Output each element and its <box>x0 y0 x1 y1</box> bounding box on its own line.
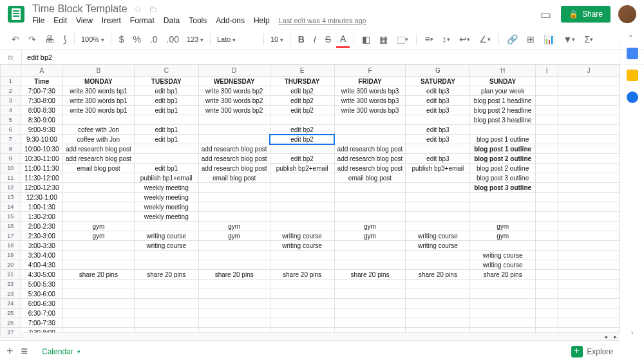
explore-button[interactable]: Explore <box>571 346 613 357</box>
formula-input[interactable] <box>22 50 644 64</box>
menu-file[interactable]: File <box>32 16 44 25</box>
cell[interactable]: 4:00-4:30 <box>21 260 62 270</box>
print-button[interactable]: 🖶 <box>41 32 58 47</box>
cell[interactable] <box>134 280 198 289</box>
menu-edit[interactable]: Edit <box>53 16 67 25</box>
cell[interactable] <box>470 202 535 212</box>
cell[interactable]: writing course <box>270 231 334 241</box>
cell[interactable] <box>134 309 198 318</box>
cell[interactable] <box>406 222 470 231</box>
row-header-3[interactable]: 3 <box>1 96 21 106</box>
strikethrough-button[interactable]: S <box>321 32 335 47</box>
cell[interactable]: 9:00-9:30 <box>21 125 62 135</box>
cell[interactable]: edit bp2 <box>270 96 334 106</box>
cell[interactable]: 5:30-6:00 <box>21 289 62 299</box>
all-sheets-button[interactable]: ≡ <box>21 345 28 358</box>
row-header-2[interactable]: 2 <box>1 86 21 96</box>
cell[interactable] <box>198 212 270 222</box>
cell[interactable] <box>134 154 198 164</box>
borders-button[interactable]: ▦ <box>375 32 392 47</box>
cell[interactable]: 3:30-4:00 <box>21 251 62 260</box>
cell[interactable] <box>134 289 198 299</box>
cell[interactable] <box>63 202 135 212</box>
cell[interactable] <box>63 183 135 193</box>
cell[interactable] <box>198 135 270 144</box>
cell[interactable] <box>63 299 135 309</box>
cell[interactable] <box>406 299 470 309</box>
horizontal-scrollbar[interactable]: ◂ ▸ <box>22 332 620 340</box>
cell[interactable]: edit bp3 <box>406 106 470 115</box>
cell[interactable] <box>406 309 470 318</box>
cell[interactable] <box>406 173 470 183</box>
row-header-4[interactable]: 4 <box>1 106 21 115</box>
comments-icon[interactable]: ▭ <box>540 8 553 21</box>
cell[interactable]: share 20 pins <box>134 270 198 280</box>
cell[interactable]: write 300 words bp3 <box>334 106 406 115</box>
bold-button[interactable]: B <box>294 32 308 47</box>
cell[interactable] <box>270 212 334 222</box>
rotate-button[interactable]: ∠ <box>475 32 495 47</box>
row-header-14[interactable]: 14 <box>1 202 21 212</box>
cell[interactable] <box>334 309 406 318</box>
cell[interactable]: writing course <box>406 241 470 251</box>
cell[interactable] <box>270 251 334 260</box>
cell[interactable]: edit bp2 <box>270 106 334 115</box>
cell[interactable]: edit bp1 <box>134 125 198 135</box>
cell[interactable] <box>134 222 198 231</box>
last-edit-link[interactable]: Last edit was 4 minutes ago <box>279 17 366 24</box>
merge-button[interactable]: ⬚ <box>393 32 412 47</box>
cell[interactable]: edit bp3 <box>406 125 470 135</box>
cell[interactable] <box>270 289 334 299</box>
cell[interactable]: gym <box>470 231 535 241</box>
cell[interactable]: writing course <box>134 241 198 251</box>
cell[interactable]: SUNDAY <box>470 77 535 86</box>
col-header-I[interactable]: I <box>535 65 558 77</box>
row-header-11[interactable]: 11 <box>1 173 21 183</box>
cell[interactable]: WEDNESDAY <box>198 77 270 86</box>
cell[interactable] <box>334 202 406 212</box>
cell[interactable]: MONDAY <box>63 77 135 86</box>
cell[interactable]: 7:00-7:30 <box>21 86 62 96</box>
cell[interactable] <box>270 318 334 328</box>
cell[interactable] <box>198 115 270 125</box>
menu-format[interactable]: Format <box>130 16 155 25</box>
decrease-decimal-button[interactable]: .0 <box>146 32 162 47</box>
cell[interactable]: edit bp3 <box>406 96 470 106</box>
cell[interactable] <box>63 289 135 299</box>
cell[interactable] <box>470 280 535 289</box>
account-avatar[interactable] <box>618 5 636 23</box>
col-header-J[interactable]: J <box>558 65 620 77</box>
menu-view[interactable]: View <box>76 16 93 25</box>
row-header-7[interactable]: 7 <box>1 135 21 144</box>
row-header-20[interactable]: 20 <box>1 260 21 270</box>
hide-sidepanel-icon[interactable]: › <box>631 329 634 336</box>
cell[interactable]: 10:30-11:00 <box>21 154 62 164</box>
zoom-select[interactable]: 100% <box>79 34 107 44</box>
cell[interactable]: 4:30-5:00 <box>21 270 62 280</box>
cell[interactable] <box>198 241 270 251</box>
cell[interactable] <box>63 173 135 183</box>
menu-help[interactable]: Help <box>254 16 270 25</box>
cell[interactable]: THURSDAY <box>270 77 334 86</box>
cell[interactable]: email blog post <box>334 173 406 183</box>
cell[interactable] <box>134 260 198 270</box>
cell[interactable]: 5:00-5:30 <box>21 280 62 289</box>
cell[interactable]: TUESDAY <box>134 77 198 86</box>
row-header-16[interactable]: 16 <box>1 222 21 231</box>
cell[interactable] <box>270 173 334 183</box>
cell[interactable]: write 300 words bp2 <box>198 86 270 96</box>
cell[interactable] <box>470 289 535 299</box>
cell[interactable] <box>334 135 406 144</box>
cell[interactable] <box>270 222 334 231</box>
cell[interactable] <box>406 251 470 260</box>
cell[interactable] <box>270 309 334 318</box>
cell[interactable] <box>198 183 270 193</box>
cell[interactable] <box>270 193 334 202</box>
cell[interactable]: email blog post <box>198 173 270 183</box>
cell[interactable] <box>470 241 535 251</box>
cell[interactable]: gym <box>63 222 135 231</box>
spreadsheet-grid[interactable]: ABCDEFGHIJ1TimeMONDAYTUESDAYWEDNESDAYTHU… <box>0 64 620 340</box>
row-header-27[interactable]: 27 <box>1 328 21 338</box>
cell[interactable]: edit bp2 <box>270 125 334 135</box>
cell[interactable] <box>470 318 535 328</box>
